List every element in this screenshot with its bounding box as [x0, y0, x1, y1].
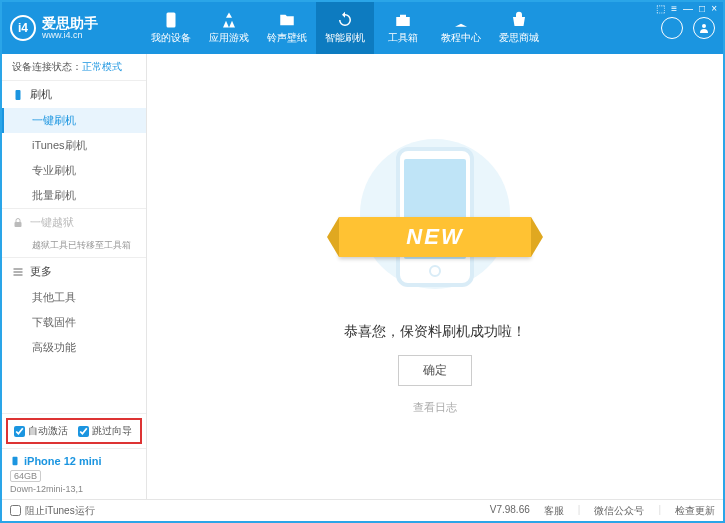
device-info[interactable]: iPhone 12 mini 64GB Down-12mini-13,1 — [2, 448, 146, 499]
sidebar-jailbreak-header[interactable]: 一键越狱 — [2, 209, 146, 236]
lock-icon — [12, 217, 24, 229]
sidebar-item-pro[interactable]: 专业刷机 — [2, 158, 146, 183]
sidebar-label: 更多 — [30, 264, 52, 279]
sidebar-item-firmware[interactable]: 下载固件 — [2, 310, 146, 335]
nav-store[interactable]: 爱思商城 — [490, 2, 548, 54]
svg-rect-2 — [16, 90, 21, 100]
svg-rect-4 — [13, 457, 18, 465]
folder-icon — [278, 11, 296, 29]
nav-label: 应用游戏 — [209, 31, 249, 45]
nav-toolbox[interactable]: 工具箱 — [374, 2, 432, 54]
nav-label: 我的设备 — [151, 31, 191, 45]
download-button[interactable] — [661, 17, 683, 39]
nav-flash[interactable]: 智能刷机 — [316, 2, 374, 54]
maximize-icon[interactable]: □ — [699, 3, 705, 14]
wechat-link[interactable]: 微信公众号 — [594, 504, 644, 518]
sidebar: 设备连接状态：正常模式 刷机 一键刷机 iTunes刷机 专业刷机 批量刷机 一… — [2, 54, 147, 499]
skin-icon[interactable]: ⬚ — [656, 3, 665, 14]
user-icon — [698, 22, 710, 34]
menu-icon[interactable]: ≡ — [671, 3, 677, 14]
svg-point-1 — [702, 24, 706, 28]
svg-rect-0 — [167, 13, 176, 28]
version-label: V7.98.66 — [490, 504, 530, 518]
check-label: 自动激活 — [28, 424, 68, 438]
success-message: 恭喜您，保资料刷机成功啦！ — [344, 323, 526, 341]
window-controls: ⬚ ≡ — □ × — [656, 3, 717, 14]
storage-badge: 64GB — [10, 470, 41, 482]
refresh-icon — [336, 11, 354, 29]
ok-button[interactable]: 确定 — [398, 355, 472, 386]
svg-rect-3 — [15, 222, 22, 227]
app-url: www.i4.cn — [42, 30, 98, 41]
connection-status: 设备连接状态：正常模式 — [2, 54, 146, 81]
close-icon[interactable]: × — [711, 3, 717, 14]
sidebar-item-batch[interactable]: 批量刷机 — [2, 183, 146, 208]
nav-my-device[interactable]: 我的设备 — [142, 2, 200, 54]
sidebar-flash-header[interactable]: 刷机 — [2, 81, 146, 108]
success-illustration: NEW — [345, 139, 525, 309]
nav-label: 工具箱 — [388, 31, 418, 45]
checkbox[interactable] — [10, 505, 21, 516]
device-model: Down-12mini-13,1 — [10, 484, 138, 494]
user-button[interactable] — [693, 17, 715, 39]
device-name: iPhone 12 mini — [24, 455, 102, 467]
toolbox-icon — [394, 11, 412, 29]
checkbox[interactable] — [14, 426, 25, 437]
logo-icon: i4 — [10, 15, 36, 41]
header: i4 爱思助手 www.i4.cn 我的设备 应用游戏 铃声壁纸 智能刷机 工具… — [2, 2, 723, 54]
top-nav: 我的设备 应用游戏 铃声壁纸 智能刷机 工具箱 教程中心 爱思商城 — [142, 2, 661, 54]
store-icon — [510, 11, 528, 29]
check-label: 阻止iTunes运行 — [25, 504, 95, 518]
status-bar: 阻止iTunes运行 V7.98.66 客服| 微信公众号| 检查更新 — [2, 499, 723, 521]
nav-label: 铃声壁纸 — [267, 31, 307, 45]
logo[interactable]: i4 爱思助手 www.i4.cn — [10, 15, 130, 41]
nav-tutorials[interactable]: 教程中心 — [432, 2, 490, 54]
auto-activate-check[interactable]: 自动激活 — [14, 424, 68, 438]
list-icon — [12, 266, 24, 278]
skip-guide-check[interactable]: 跳过向导 — [78, 424, 132, 438]
nav-label: 教程中心 — [441, 31, 481, 45]
apps-icon — [220, 11, 238, 29]
nav-apps[interactable]: 应用游戏 — [200, 2, 258, 54]
sidebar-item-oneclick[interactable]: 一键刷机 — [2, 108, 146, 133]
sidebar-item-other[interactable]: 其他工具 — [2, 285, 146, 310]
sidebar-label: 一键越狱 — [30, 215, 74, 230]
block-itunes-check[interactable]: 阻止iTunes运行 — [10, 504, 95, 518]
service-link[interactable]: 客服 — [544, 504, 564, 518]
phone-icon — [162, 11, 180, 29]
update-link[interactable]: 检查更新 — [675, 504, 715, 518]
sidebar-item-advanced[interactable]: 高级功能 — [2, 335, 146, 360]
options-highlight: 自动激活 跳过向导 — [6, 418, 142, 444]
nav-label: 爱思商城 — [499, 31, 539, 45]
sidebar-item-itunes[interactable]: iTunes刷机 — [2, 133, 146, 158]
conn-label: 设备连接状态： — [12, 61, 82, 72]
minimize-icon[interactable]: — — [683, 3, 693, 14]
new-banner: NEW — [339, 217, 531, 257]
book-icon — [452, 11, 470, 29]
sidebar-more-header[interactable]: 更多 — [2, 258, 146, 285]
view-log-link[interactable]: 查看日志 — [413, 400, 457, 415]
conn-mode: 正常模式 — [82, 61, 122, 72]
jailbreak-note: 越狱工具已转移至工具箱 — [2, 236, 146, 257]
checkbox[interactable] — [78, 426, 89, 437]
check-label: 跳过向导 — [92, 424, 132, 438]
main-content: NEW 恭喜您，保资料刷机成功啦！ 确定 查看日志 — [147, 54, 723, 499]
nav-ringtones[interactable]: 铃声壁纸 — [258, 2, 316, 54]
sidebar-label: 刷机 — [30, 87, 52, 102]
phone-icon — [10, 454, 20, 468]
download-icon — [666, 22, 678, 34]
phone-icon — [12, 89, 24, 101]
nav-label: 智能刷机 — [325, 31, 365, 45]
app-title: 爱思助手 — [42, 16, 98, 30]
